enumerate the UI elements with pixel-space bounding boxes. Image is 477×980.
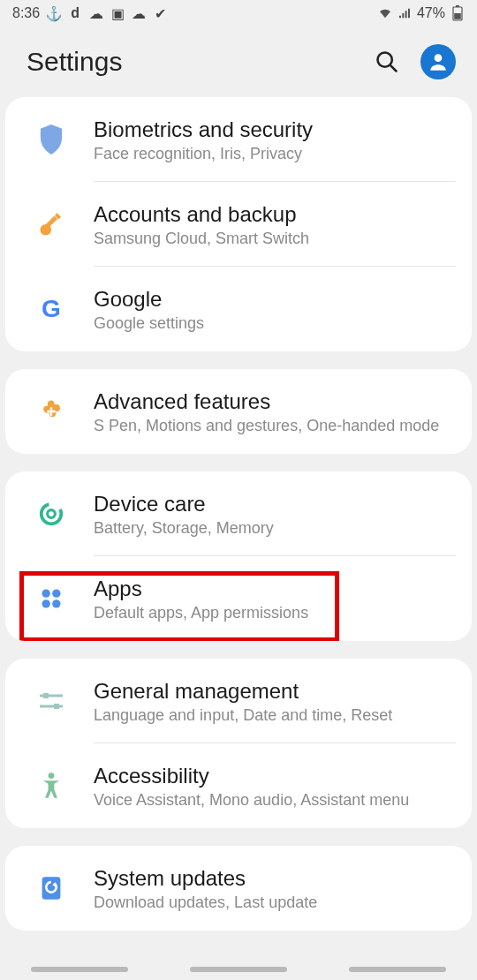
device-care-icon bbox=[38, 501, 64, 527]
row-biometrics[interactable]: Biometrics and securityFace recognition,… bbox=[5, 97, 472, 182]
svg-line-4 bbox=[390, 65, 396, 71]
shield-icon bbox=[38, 124, 64, 155]
nav-home[interactable] bbox=[190, 967, 287, 972]
apps-icon bbox=[39, 586, 64, 611]
svg-rect-2 bbox=[454, 13, 461, 19]
svg-rect-18 bbox=[54, 704, 59, 709]
google-icon: G bbox=[25, 295, 78, 323]
row-subtitle: Language and input, Date and time, Reset bbox=[94, 706, 456, 725]
app-header: Settings bbox=[0, 26, 477, 97]
svg-rect-16 bbox=[43, 693, 49, 698]
page-title: Settings bbox=[26, 47, 122, 77]
svg-point-12 bbox=[52, 590, 60, 598]
row-title: General management bbox=[94, 678, 456, 705]
sliders-icon bbox=[38, 690, 64, 712]
row-accessibility[interactable]: AccessibilityVoice Assistant, Mono audio… bbox=[5, 743, 472, 828]
row-google[interactable]: G GoogleGoogle settings bbox=[5, 267, 472, 351]
row-subtitle: Download updates, Last update bbox=[94, 893, 456, 912]
card-advanced: Advanced featuresS Pen, Motions and gest… bbox=[5, 369, 472, 454]
row-subtitle: Face recognition, Iris, Privacy bbox=[94, 145, 456, 163]
row-system-updates[interactable]: System updatesDownload updates, Last upd… bbox=[5, 846, 472, 931]
search-button[interactable] bbox=[369, 44, 405, 79]
mic-icon: ⚓ bbox=[47, 6, 61, 20]
row-accounts-backup[interactable]: Accounts and backupSamsung Cloud, Smart … bbox=[5, 182, 472, 267]
card-device-apps: Device careBattery, Storage, Memory Apps… bbox=[5, 471, 472, 641]
status-time: 8:36 bbox=[12, 5, 40, 21]
row-apps[interactable]: AppsDefault apps, App permissions bbox=[5, 556, 472, 641]
svg-point-11 bbox=[42, 590, 50, 598]
battery-icon bbox=[450, 6, 465, 20]
d-icon: d bbox=[68, 6, 82, 20]
search-icon bbox=[375, 49, 399, 74]
key-icon bbox=[38, 211, 64, 237]
cloud-icon: ☁ bbox=[132, 6, 146, 20]
row-subtitle: Samsung Cloud, Smart Switch bbox=[94, 230, 456, 248]
nav-recents[interactable] bbox=[31, 967, 128, 972]
update-icon bbox=[39, 875, 64, 901]
svg-point-13 bbox=[42, 599, 50, 607]
svg-point-5 bbox=[435, 54, 443, 62]
wifi-icon bbox=[378, 6, 392, 20]
status-bar: 8:36 ⚓ d ☁ ▣ ☁ ✔ 47% bbox=[0, 0, 477, 26]
svg-rect-1 bbox=[456, 5, 459, 7]
row-title: Google bbox=[94, 286, 456, 313]
row-title: Device care bbox=[94, 491, 456, 517]
svg-rect-20 bbox=[42, 877, 61, 899]
accessibility-icon bbox=[39, 772, 64, 800]
row-title: Advanced features bbox=[94, 388, 456, 415]
card-general-accessibility: General managementLanguage and input, Da… bbox=[5, 659, 472, 828]
card-security-accounts: Biometrics and securityFace recognition,… bbox=[5, 97, 472, 351]
battery-text: 47% bbox=[417, 5, 445, 21]
row-device-care[interactable]: Device careBattery, Storage, Memory bbox=[5, 471, 472, 556]
row-advanced-features[interactable]: Advanced featuresS Pen, Motions and gest… bbox=[5, 369, 472, 454]
person-icon bbox=[427, 50, 450, 73]
row-title: Biometrics and security bbox=[94, 117, 456, 143]
row-subtitle: Default apps, App permissions bbox=[94, 604, 456, 622]
row-title: Apps bbox=[94, 576, 456, 602]
nav-bar bbox=[0, 959, 477, 980]
check-circle-icon: ✔ bbox=[153, 6, 167, 20]
row-title: Accounts and backup bbox=[94, 201, 456, 228]
weather-icon: ☁ bbox=[89, 6, 103, 20]
row-title: Accessibility bbox=[94, 763, 456, 789]
card-system-updates: System updatesDownload updates, Last upd… bbox=[5, 846, 472, 931]
svg-point-19 bbox=[49, 773, 55, 779]
settings-list: Biometrics and securityFace recognition,… bbox=[0, 97, 477, 931]
signal-icon bbox=[398, 6, 412, 20]
svg-rect-7 bbox=[45, 215, 57, 228]
row-title: System updates bbox=[94, 865, 456, 892]
nav-back[interactable] bbox=[349, 967, 446, 972]
account-button[interactable] bbox=[420, 44, 456, 79]
plus-flower-icon bbox=[38, 398, 64, 425]
svg-point-14 bbox=[52, 599, 60, 607]
row-subtitle: Battery, Storage, Memory bbox=[94, 519, 456, 538]
row-subtitle: Google settings bbox=[94, 314, 456, 333]
row-subtitle: S Pen, Motions and gestures, One-handed … bbox=[94, 417, 456, 435]
image-icon: ▣ bbox=[110, 6, 125, 20]
row-general-management[interactable]: General managementLanguage and input, Da… bbox=[5, 659, 472, 743]
svg-point-9 bbox=[42, 504, 62, 524]
svg-point-10 bbox=[48, 510, 56, 518]
row-subtitle: Voice Assistant, Mono audio, Assistant m… bbox=[94, 791, 456, 810]
